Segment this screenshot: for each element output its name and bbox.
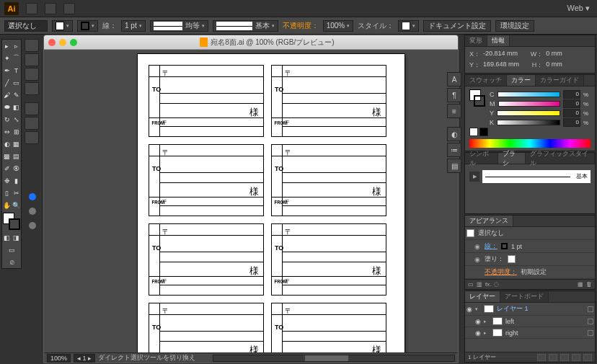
tab-color-guide[interactable]: カラーガイド	[536, 75, 584, 86]
shape-builder-tool[interactable]: ◐	[2, 138, 12, 150]
canvas-area[interactable]: 〒TO様FROM〒〒TO様FROM〒〒TO様FROM〒〒TO様FROM〒〒TO様…	[44, 50, 458, 352]
rotate-tool[interactable]: ↻	[2, 113, 12, 125]
dock-item-4[interactable]	[25, 82, 39, 95]
fill-stroke-control[interactable]	[3, 213, 20, 230]
fill-swatch-dropdown[interactable]: ▾	[52, 20, 73, 32]
layer-disclosure-icon[interactable]: ▾	[475, 306, 481, 312]
dock-gradient-icon[interactable]: ▤	[447, 159, 461, 173]
hand-tool[interactable]: ✋	[2, 199, 12, 211]
selection-tool[interactable]: ▸	[2, 40, 12, 52]
direct-selection-tool[interactable]: ▹	[12, 40, 21, 52]
dock-item-6[interactable]	[25, 117, 39, 130]
dock-paragraph-icon[interactable]: ¶	[447, 88, 461, 102]
fill-color-swatch[interactable]	[508, 255, 516, 263]
menu-misc-icon[interactable]	[63, 3, 75, 14]
layer-visibility-toggle[interactable]: ◉	[475, 329, 481, 337]
color-dot-grey[interactable]	[25, 205, 40, 218]
gradient-mode-icon[interactable]: ◨	[12, 231, 21, 244]
symbol-sprayer-tool[interactable]: ❉	[2, 174, 12, 187]
dock-type-icon[interactable]: A	[447, 72, 461, 86]
pencil-tool[interactable]: ✎	[12, 89, 21, 101]
layer-row[interactable]: ◉ ▸ right	[465, 327, 595, 339]
dock-stroke-icon[interactable]: ≔	[447, 143, 461, 157]
artboard-tool[interactable]: ▯	[2, 187, 12, 199]
channel-k-value[interactable]: 0	[563, 118, 580, 127]
layer-disclosure-icon[interactable]: ▸	[484, 330, 490, 336]
rectangle-tool[interactable]: ▭	[12, 76, 21, 89]
brush-preview[interactable]: 基本	[482, 170, 591, 183]
layer-target-icon[interactable]	[588, 330, 593, 336]
free-transform-tool[interactable]: ⊞	[12, 125, 21, 138]
change-screen-mode[interactable]: ⎚	[2, 256, 21, 268]
channel-k-slider[interactable]	[497, 120, 560, 125]
horizontal-scrollbar[interactable]	[213, 355, 455, 362]
layer-disclosure-icon[interactable]: ▸	[484, 319, 490, 324]
blob-brush-tool[interactable]: ⬬	[2, 101, 12, 113]
slice-tool[interactable]: ✂	[12, 187, 21, 199]
workspace-switcher[interactable]: Web ▾	[567, 4, 593, 13]
layer-target-icon[interactable]	[588, 306, 593, 312]
dock-item-2[interactable]	[25, 53, 39, 66]
appearance-stroke-link[interactable]: 線：	[485, 241, 498, 251]
layer-visibility-toggle[interactable]: ◉	[466, 306, 472, 313]
visibility-toggle-stroke[interactable]: ◉	[474, 243, 481, 250]
stroke-swatch-dropdown[interactable]: ▾	[77, 20, 98, 32]
color-dot-grey2[interactable]	[25, 219, 40, 232]
fx-button[interactable]: fx.	[485, 281, 491, 288]
gradient-tool[interactable]: ▤	[12, 150, 21, 162]
perspective-tool[interactable]: ▦	[12, 138, 21, 150]
layer-name[interactable]: right	[505, 329, 518, 337]
dock-item-5[interactable]	[25, 102, 39, 115]
preferences-button[interactable]: 環境設定	[495, 20, 534, 32]
window-zoom-button[interactable]	[70, 39, 77, 46]
dock-item-3[interactable]	[25, 68, 39, 81]
address-label-card[interactable]: 〒TO様FROM〒	[271, 303, 386, 352]
line-tool[interactable]: ╱	[2, 76, 12, 89]
tab-artboards[interactable]: アートボード	[500, 291, 549, 302]
window-close-button[interactable]	[48, 39, 56, 46]
address-label-card[interactable]: 〒TO様FROM〒	[271, 223, 386, 296]
layer-visibility-toggle[interactable]: ◉	[475, 318, 481, 325]
mesh-tool[interactable]: ▩	[2, 150, 12, 162]
dock-item-1[interactable]	[25, 39, 39, 52]
channel-y-value[interactable]: 0	[563, 109, 580, 117]
tab-appearance[interactable]: アピアランス	[465, 216, 513, 226]
tab-layers[interactable]: レイヤー	[465, 291, 500, 302]
tab-symbols[interactable]: シンボル	[465, 153, 498, 164]
stroke-swatch-icon[interactable]	[9, 218, 20, 230]
address-label-card[interactable]: 〒TO様FROM〒	[271, 65, 386, 137]
layer-name[interactable]: left	[505, 318, 514, 325]
tab-graphic-styles[interactable]: グラフィックスタイル	[526, 153, 595, 164]
make-clipping-mask-icon[interactable]	[549, 354, 557, 361]
swatch-white[interactable]	[469, 128, 478, 136]
eyedropper-tool[interactable]: ✐	[2, 162, 12, 174]
stroke-profile-dropdown[interactable]: 均等▾	[150, 20, 208, 32]
color-spectrum[interactable]	[469, 139, 591, 148]
tab-transform[interactable]: 変形	[465, 35, 487, 46]
artboard[interactable]: 〒TO様FROM〒〒TO様FROM〒〒TO様FROM〒〒TO様FROM〒〒TO様…	[138, 54, 404, 352]
layer-row[interactable]: ◉ ▾ レイヤー 1	[465, 303, 595, 316]
menu-open-icon[interactable]	[45, 3, 56, 14]
lasso-tool[interactable]: ⌒	[12, 52, 21, 64]
magic-wand-tool[interactable]: ✦	[2, 52, 12, 64]
channel-y-slider[interactable]	[497, 110, 560, 116]
eraser-tool[interactable]: ◧	[12, 101, 21, 113]
type-tool[interactable]: T	[12, 64, 21, 76]
scale-tool[interactable]: ⤡	[12, 113, 21, 125]
layer-target-icon[interactable]	[588, 319, 593, 324]
layer-row[interactable]: ◉ ▸ left	[465, 316, 595, 327]
address-label-card[interactable]: 〒TO様FROM〒	[149, 144, 264, 216]
tab-info[interactable]: 情報	[487, 35, 510, 46]
window-minimize-button[interactable]	[59, 39, 66, 46]
channel-m-slider[interactable]	[498, 101, 561, 107]
swatch-black[interactable]	[479, 128, 488, 136]
dock-item-7[interactable]	[25, 131, 39, 144]
paintbrush-tool[interactable]: 🖌	[2, 89, 12, 101]
channel-c-slider[interactable]	[498, 92, 561, 97]
address-label-card[interactable]: 〒TO様FROM〒	[271, 144, 386, 216]
new-layer-icon[interactable]	[572, 354, 580, 361]
address-label-card[interactable]: 〒TO様FROM〒	[149, 65, 264, 137]
stroke-color-swatch[interactable]	[501, 243, 508, 249]
layer-name[interactable]: レイヤー 1	[497, 304, 529, 314]
tab-brushes[interactable]: ブラシ	[498, 153, 526, 164]
